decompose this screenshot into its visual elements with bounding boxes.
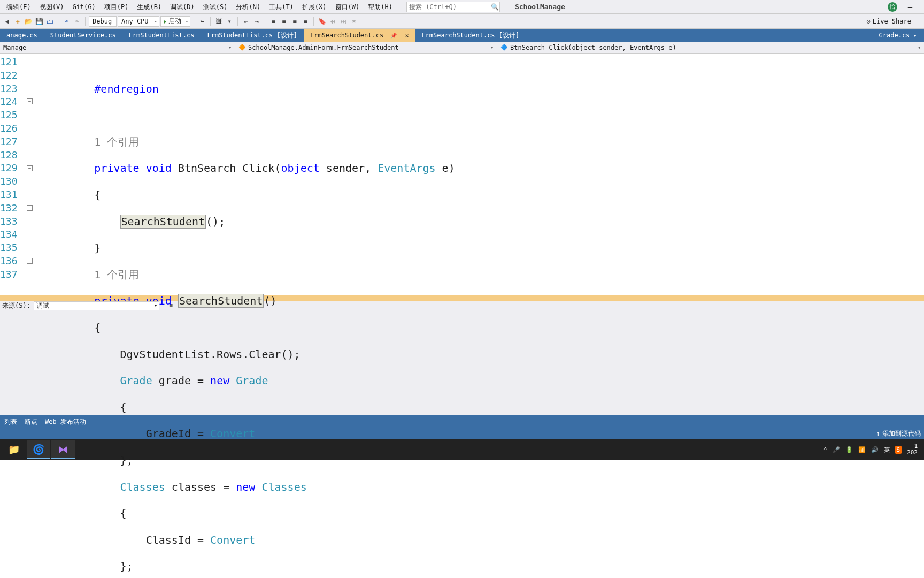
navigation-bar: Manage▾ 🔶SchoolManage.AdminForm.FrmSearc… [0,42,924,54]
bookmark-icon[interactable]: 🔖 [317,17,327,26]
indent-icon[interactable]: ≡ [279,17,289,26]
menu-git[interactable]: Git(G) [68,0,99,14]
menu-analyze[interactable]: 分析(N) [232,0,265,14]
config-dropdown[interactable]: Debug [89,16,117,27]
menu-debug[interactable]: 调试(D) [166,0,199,14]
code-editor[interactable]: 121122 123124125 126 127 128129130 13113… [0,54,924,295]
nav-back-icon[interactable]: ◀ [2,17,12,26]
crumb-project[interactable]: Manage▾ [0,42,235,54]
indent-right-icon[interactable]: ⇥ [252,17,261,26]
menu-project[interactable]: 项目(P) [100,0,133,14]
undo-icon[interactable]: ↶ [61,17,71,26]
menu-edit[interactable]: 编辑(E) [2,0,35,14]
chevron-down-icon: ▾ [918,42,921,54]
menu-view[interactable]: 视图(V) [35,0,68,14]
fold-toggle[interactable]: − [27,205,33,211]
search-input[interactable] [409,3,491,11]
tab-errorlist[interactable]: 列表 [4,417,17,427]
pin-icon[interactable]: 📌 [390,33,397,39]
method-icon: 🔷 [500,44,508,51]
chevron-down-icon: ▾ [491,42,494,54]
save-icon[interactable]: 💾 [34,17,44,26]
menu-tools[interactable]: 工具(T) [265,0,298,14]
tab-frmsearchstudent[interactable]: FrmSearchStudent.cs 📌 ✕ [304,29,415,42]
tab-frmstudentlist-design[interactable]: FrmStudentList.cs [设计] [201,29,304,42]
tab-anage[interactable]: anage.cs [0,29,44,42]
tab-frmstudentlist[interactable]: FrmStudentList.cs [122,29,201,42]
prev-bookmark-icon[interactable]: ⏮ [328,17,337,26]
redo-icon[interactable]: ↷ [72,17,82,26]
tab-studentservice[interactable]: StudentService.cs [44,29,122,42]
search-icon: 🔍 [491,3,499,11]
platform-dropdown[interactable]: Any CPU [118,16,159,27]
line-numbers: 121122 123124125 126 127 128129130 13113… [0,54,19,295]
indent-left-icon[interactable]: ⇤ [241,17,251,26]
global-search[interactable]: 🔍 [406,2,500,12]
minimize-button[interactable]: — [903,3,918,11]
play-icon: ▶ [164,18,166,25]
img-icon[interactable]: 🖼 [214,17,224,26]
user-avatar[interactable]: 怡 [888,2,897,12]
menu-build[interactable]: 生成(B) [133,0,166,14]
tab-frmsearchstudent-design[interactable]: FrmSearchStudent.cs [设计] [415,29,526,42]
start-debug-button[interactable]: ▶启动 [160,16,190,27]
code-content[interactable]: #endregion 1 个引用 private void BtnSearch_… [43,54,924,295]
tab-grade[interactable]: Grade.cs ▾ [874,29,922,42]
menu-bar: 编辑(E) 视图(V) Git(G) 项目(P) 生成(B) 调试(D) 测试(… [0,0,924,14]
menu-extensions[interactable]: 扩展(X) [298,0,331,14]
fold-toggle[interactable]: − [27,98,33,104]
editor-tab-bar: anage.cs StudentService.cs FrmStudentLis… [0,29,924,42]
menu-window[interactable]: 窗口(W) [331,0,364,14]
tab-breakpoints[interactable]: 断点 [25,417,37,427]
output-source-dropdown[interactable]: 调试 [34,301,159,310]
new-item-icon[interactable]: ✚ [13,17,22,26]
step-icon[interactable]: ↪ [197,17,207,26]
open-icon[interactable]: 📂 [24,17,33,26]
uncomment-icon[interactable]: ≡ [301,17,310,26]
crumb-class[interactable]: 🔶SchoolManage.AdminForm.FrmSearchStudent… [235,42,497,54]
output-source-label: 来源(S): [2,301,30,310]
fold-toggle[interactable]: − [27,165,33,171]
comment-icon[interactable]: ≡ [290,17,299,26]
folder-icon: 📁 [8,444,20,455]
dropdown-icon[interactable]: ▾ [225,17,234,26]
fold-toggle[interactable]: − [27,258,33,264]
class-icon: 🔶 [238,44,246,51]
close-icon[interactable]: ✕ [405,32,409,39]
menu-test[interactable]: 测试(S) [199,0,232,14]
main-toolbar: ◀ ✚ 📂 💾 🗃 ↶ ↷ Debug Any CPU ▶启动 ↪ 🖼 ▾ ⇤ … [0,14,924,29]
solution-name: SchoolManage [515,3,565,11]
liveshare-icon: ⎋ [867,18,871,25]
fold-column: − − − − [19,54,43,295]
menu-help[interactable]: 帮助(H) [364,0,397,14]
chevron-down-icon: ▾ [229,42,232,54]
next-bookmark-icon[interactable]: ⏭ [338,17,348,26]
outdent-icon[interactable]: ≡ [268,17,278,26]
crumb-method[interactable]: 🔷BtnSearch_Click(object sender, EventArg… [497,42,924,54]
clear-bookmarks-icon[interactable]: ✖ [349,17,359,26]
save-all-icon[interactable]: 🗃 [45,17,55,26]
live-share[interactable]: ⎋ Live Share [867,18,922,25]
taskbar-explorer[interactable]: 📁 [2,440,26,459]
